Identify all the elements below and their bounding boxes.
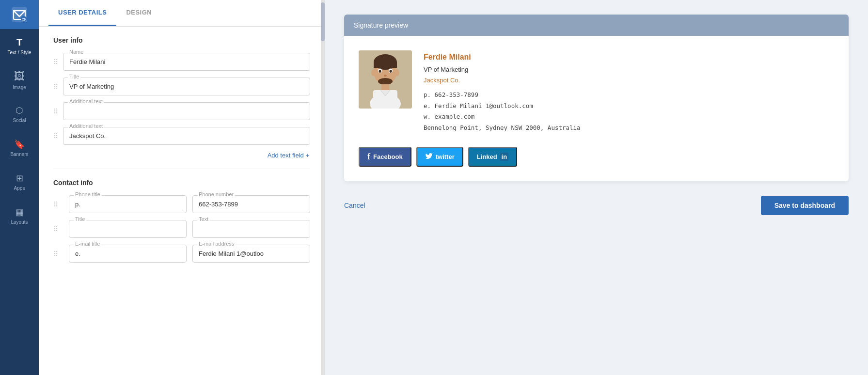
- twitter-button[interactable]: twitter: [416, 147, 463, 167]
- additional-text-2-label: Additional text: [68, 123, 104, 129]
- sidebar-item-label: Banners: [10, 152, 28, 157]
- title-label: Title: [68, 74, 80, 79]
- email-field-row: ⠿ E-mail title E-mail address: [53, 245, 310, 263]
- name-field-row: ⠿ Name: [53, 53, 310, 71]
- sidebar-item-layouts[interactable]: ▦ Layouts: [0, 199, 39, 233]
- layouts-icon: ▦: [16, 207, 24, 218]
- facebook-button[interactable]: f Facebook: [359, 147, 411, 167]
- right-panel: Signature preview: [325, 0, 868, 375]
- banners-icon: 🔖: [14, 139, 25, 150]
- section-divider: [53, 169, 310, 169]
- linkedin-button[interactable]: Linked in: [468, 147, 517, 167]
- svg-point-14: [384, 75, 387, 77]
- svg-rect-7: [374, 62, 397, 68]
- social-icon: ⬡: [16, 105, 23, 116]
- signature-company: Jackspot Co.: [424, 75, 581, 86]
- additional-text-1-input[interactable]: [63, 102, 310, 120]
- svg-text:@: @: [22, 17, 26, 22]
- title2-label: Title: [74, 216, 86, 222]
- apps-icon: ⊞: [16, 173, 23, 184]
- email-address-wrap: E-mail address: [192, 245, 310, 263]
- sidebar-item-label: Image: [13, 85, 26, 90]
- twitter-label: twitter: [436, 153, 455, 160]
- icon-bar: @ T Text / Style 🖼 Image ⬡ Social 🔖 Bann…: [0, 0, 39, 375]
- svg-point-15: [378, 78, 393, 85]
- sidebar-item-label: Layouts: [11, 219, 28, 225]
- title-field-wrap: Title: [63, 78, 310, 95]
- email-address-input[interactable]: [192, 245, 310, 263]
- text-label: Text: [197, 216, 210, 222]
- additional-text-1-wrap: Additional text: [63, 102, 310, 120]
- email-title-wrap: E-mail title: [69, 245, 187, 263]
- svg-rect-16: [381, 84, 389, 90]
- svg-point-12: [379, 70, 381, 73]
- phone-number-wrap: Phone number: [192, 195, 310, 213]
- drag-handle[interactable]: ⠿: [53, 225, 58, 233]
- scrollbar[interactable]: [321, 0, 325, 375]
- signature-text: Ferdie Milani VP of Marketing Jackspot C…: [424, 50, 581, 133]
- linkedin-label: Linked: [477, 153, 497, 160]
- title-text-field-row: ⠿ Title Text: [53, 220, 310, 238]
- linkedin-icon: in: [500, 153, 509, 161]
- drag-handle[interactable]: ⠿: [53, 132, 58, 140]
- additional-text-1-row: ⠿ Additional text: [53, 102, 310, 120]
- email-address-label: E-mail address: [197, 241, 236, 247]
- sidebar-item-banners[interactable]: 🔖 Banners: [0, 131, 39, 165]
- text-input[interactable]: [192, 220, 310, 238]
- left-panel: USER DETAILS DESIGN User info ⠿ Name ⠿ T…: [39, 0, 325, 375]
- signature-avatar: [359, 50, 412, 109]
- twitter-icon: [425, 152, 433, 162]
- tab-user-details[interactable]: USER DETAILS: [48, 0, 116, 26]
- email-title-input[interactable]: [69, 245, 187, 263]
- facebook-label: Facebook: [373, 153, 403, 160]
- user-info-title: User info: [53, 36, 310, 44]
- drag-handle[interactable]: ⠿: [53, 58, 58, 66]
- add-text-field-button[interactable]: Add text field +: [53, 152, 310, 159]
- bottom-actions: Cancel Save to dashboard: [344, 196, 849, 215]
- app-logo: @: [0, 0, 39, 29]
- signature-content: Ferdie Milani VP of Marketing Jackspot C…: [359, 50, 834, 133]
- drag-handle[interactable]: ⠿: [53, 83, 58, 91]
- cancel-button[interactable]: Cancel: [344, 202, 365, 209]
- name-label: Name: [68, 49, 85, 55]
- title-input[interactable]: [63, 78, 310, 95]
- signature-phone: p. 662-353-7899: [424, 90, 581, 101]
- sidebar-item-image[interactable]: 🖼 Image: [0, 63, 39, 97]
- sidebar-item-apps[interactable]: ⊞ Apps: [0, 165, 39, 199]
- signature-preview-box: Signature preview: [344, 15, 849, 181]
- signature-contact: p. 662-353-7899 e. Ferdie Milani 1@outlo…: [424, 90, 581, 133]
- sidebar-item-text-style[interactable]: T Text / Style: [0, 29, 39, 63]
- additional-text-2-wrap: Additional text: [63, 127, 310, 145]
- email-title-label: E-mail title: [74, 241, 101, 247]
- signature-preview-header: Signature preview: [344, 15, 849, 36]
- tabs: USER DETAILS DESIGN: [39, 0, 325, 27]
- tab-design[interactable]: DESIGN: [116, 0, 161, 26]
- name-field-wrap: Name: [63, 53, 310, 71]
- drag-handle[interactable]: ⠿: [53, 108, 58, 115]
- phone-number-input[interactable]: [192, 195, 310, 213]
- title2-input[interactable]: [69, 220, 187, 238]
- title2-wrap: Title: [69, 220, 187, 238]
- signature-preview-body: Ferdie Milani VP of Marketing Jackspot C…: [344, 36, 849, 181]
- svg-point-13: [390, 70, 392, 73]
- image-icon: 🖼: [14, 70, 25, 83]
- facebook-icon: f: [367, 152, 370, 162]
- phone-field-row: ⠿ Phone title Phone number: [53, 195, 310, 213]
- name-input[interactable]: [63, 53, 310, 71]
- scroll-thumb: [321, 2, 325, 41]
- title-field-row: ⠿ Title: [53, 78, 310, 95]
- phone-title-input[interactable]: [69, 195, 187, 213]
- sidebar-item-social[interactable]: ⬡ Social: [0, 97, 39, 131]
- save-button[interactable]: Save to dashboard: [761, 196, 849, 215]
- drag-handle[interactable]: ⠿: [53, 250, 58, 258]
- text-style-icon: T: [16, 37, 22, 48]
- contact-info-title: Contact info: [53, 179, 310, 187]
- sidebar-item-label: Social: [13, 118, 26, 123]
- svg-point-8: [371, 69, 376, 76]
- additional-text-2-input[interactable]: [63, 127, 310, 145]
- phone-title-wrap: Phone title: [69, 195, 187, 213]
- social-buttons: f Facebook twitter Linked in: [359, 147, 834, 167]
- drag-handle[interactable]: ⠿: [53, 201, 58, 208]
- signature-title: VP of Marketing: [424, 64, 581, 75]
- form-area: User info ⠿ Name ⠿ Title ⠿ Additional te…: [39, 27, 325, 375]
